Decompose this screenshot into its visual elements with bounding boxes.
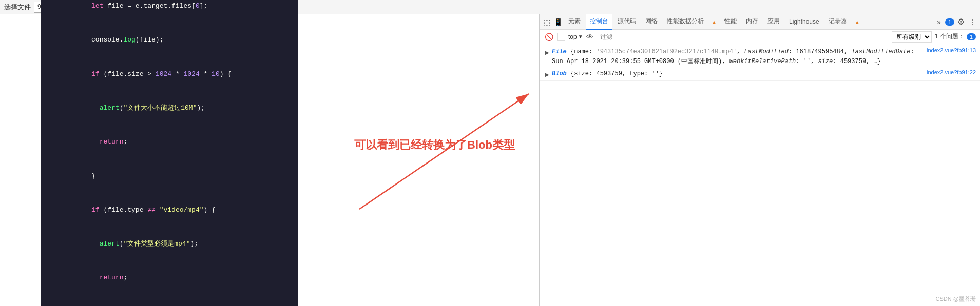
tab-memory[interactable]: 内存 (742, 14, 762, 30)
tab-network[interactable]: 网络 (641, 14, 662, 30)
clear-console-icon[interactable]: 🚫 (544, 32, 554, 42)
issues-count: 1 个问题： 1 (935, 32, 976, 41)
top-label: top (568, 33, 577, 40)
devtools-panel: ⬚ 📱 元素 控制台 源代码 网络 性能数据分析 ▲ 性能 内存 应用 Ligh… (539, 14, 980, 306)
level-dropdown[interactable]: 所有级别 (892, 31, 932, 43)
tab-sources[interactable]: 源代码 (613, 14, 640, 30)
device-icon[interactable]: 📱 (553, 17, 563, 27)
code-line-5: if (file.size > 1024 * 1024 * 10) { (51, 57, 287, 91)
code-line-10: alert("文件类型必须是mp4"); (51, 227, 287, 261)
console-entry-row-1: ▶ File {name: '943135c74ea30f621af92ec32… (544, 47, 976, 67)
more-tabs-icon[interactable]: » (934, 17, 944, 27)
devtools-toolbar: 🚫 top ▼ 👁 所有级别 1 个问题： 1 (540, 30, 980, 44)
recorder-warning-icon: ▲ (852, 17, 862, 27)
settings-icon[interactable]: ⚙ (955, 17, 967, 27)
top-dropdown-arrow: ▼ (578, 34, 583, 39)
top-dropdown[interactable]: top ▼ (568, 33, 583, 40)
tab-elements[interactable]: 元素 (564, 14, 585, 30)
annotation-area: 可以看到已经转换为了Blob类型 (339, 14, 539, 306)
expand-blob-icon[interactable]: ▶ (544, 71, 551, 78)
issues-count-badge[interactable]: 1 (967, 33, 976, 40)
tab-console[interactable]: 控制台 (586, 14, 612, 30)
more-options-icon[interactable]: ⋮ (968, 17, 978, 27)
code-panel: function fileChange(e) { // e.target.fil… (0, 14, 339, 306)
issues-label: 1 个问题： (935, 32, 965, 41)
code-line-9: if (file.type ≠≠ "video/mp4") { (51, 193, 287, 227)
inspect-icon[interactable]: ⬚ (542, 17, 552, 27)
console-entry-row-2: ▶ Blob {size: 4593759, type: ''} index2.… (544, 69, 976, 79)
tab-application[interactable]: 应用 (763, 14, 784, 30)
file-entry-link[interactable]: index2.vue?fb91:13 (923, 47, 976, 53)
annotation-text-container: 可以看到已经转换为了Blob类型 (354, 137, 515, 153)
preserve-log-icon[interactable] (557, 33, 565, 41)
tab-lighthouse[interactable]: Lighthouse (785, 14, 823, 30)
code-line-3: let file = e.target.files[0]; (51, 0, 287, 23)
file-entry-content: File {name: '943135c74ea30f621af92ec3217… (552, 47, 923, 67)
blob-entry-link[interactable]: index2.vue?fb91:22 (923, 69, 976, 75)
console-output: ▶ File {name: '943135c74ea30f621af92ec32… (540, 44, 980, 306)
code-line-8: } (51, 159, 287, 193)
console-entry-blob: ▶ Blob {size: 4593759, type: ''} index2.… (540, 68, 980, 80)
performance-warning-icon: ▲ (709, 17, 719, 27)
main-content: function fileChange(e) { // e.target.fil… (0, 14, 980, 306)
blob-entry-content: Blob {size: 4593759, type: ''} (552, 69, 923, 79)
code-block: function fileChange(e) { // e.target.fil… (41, 0, 298, 306)
annotation-text: 可以看到已经转换为了Blob类型 (354, 138, 515, 151)
console-entry-file: ▶ File {name: '943135c74ea30f621af92ec32… (540, 46, 980, 68)
code-line-11: return; (51, 261, 287, 295)
code-line-7: return; (51, 125, 287, 159)
tab-performance-insights[interactable]: 性能数据分析 (663, 14, 708, 30)
choose-file-label: 选择文件 (4, 3, 31, 12)
code-line-6: alert("文件大小不能超过10M"); (51, 91, 287, 125)
code-line-12-wrapper: 💡 } (51, 295, 287, 306)
code-line-12: } (62, 295, 106, 306)
tab-recorder[interactable]: 记录器 (824, 14, 851, 30)
issues-badge[interactable]: 1 (945, 18, 954, 26)
devtools-tabs: ⬚ 📱 元素 控制台 源代码 网络 性能数据分析 ▲ 性能 内存 应用 Ligh… (540, 14, 980, 30)
watermark: CSDN @墨荅珊 (936, 295, 976, 303)
expand-file-icon[interactable]: ▶ (544, 49, 551, 56)
filter-input[interactable] (597, 32, 658, 42)
arrow-svg (339, 14, 539, 306)
eye-icon[interactable]: 👁 (586, 33, 593, 41)
tab-performance[interactable]: 性能 (720, 14, 741, 30)
code-line-4: console.log(file); (51, 23, 287, 57)
